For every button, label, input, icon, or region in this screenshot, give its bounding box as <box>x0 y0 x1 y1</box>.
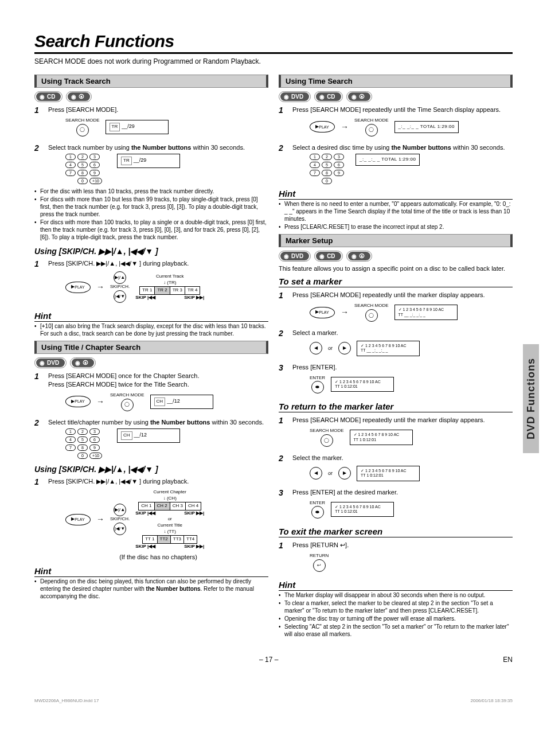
page-title: Search Functions <box>34 32 513 54</box>
step-text: Press [SEARCH MODE]. <box>48 106 268 114</box>
osd-time-display: _:_ _:_ _ TOTAL 1:29:00 <box>394 121 459 133</box>
sub-exit-marker: To exit the marker screen <box>279 527 513 537</box>
left-column: Using Track Search CD ⦿ 1 Press [SEARCH … <box>34 71 268 638</box>
section-marker-setup: Marker Setup <box>279 234 513 247</box>
number-pad: 123 456 789 0+10 <box>65 154 100 184</box>
badge-cd: CD <box>34 91 62 102</box>
skip-down-icon: |◀/▼ <box>114 290 126 303</box>
step-number: 1 <box>34 106 42 140</box>
skip-up-icon: ▶|/▲ <box>114 271 126 284</box>
section-time-search: Using Time Search <box>279 75 513 88</box>
left-arrow-icon: ◀ <box>310 342 322 354</box>
arrow-icon: → <box>96 282 104 293</box>
page-note: SEARCH MODE does not work during Program… <box>34 57 513 65</box>
right-column: Using Time Search DVD CD ⦿ 1 Press [SEAR… <box>279 71 513 638</box>
side-tab-label: DVD Functions <box>525 358 537 439</box>
section-title-chapter: Using Title / Chapter Search <box>34 341 268 354</box>
lang-code: EN <box>503 656 513 664</box>
section-track-search: Using Track Search <box>34 75 268 88</box>
footer-date: 2006/01/18 18:39:35 <box>471 698 513 703</box>
osd-track-display: TR__/29 <box>117 154 180 168</box>
step-number: 2 <box>34 143 42 185</box>
hint-heading: Hint <box>34 311 268 322</box>
return-button-icon: ↩ <box>313 559 326 572</box>
search-mode-button-icon: ◯ <box>76 124 89 137</box>
using-skip-heading: Using [SKIP/CH. ▶▶|/▲, |◀◀/▼ ] <box>34 247 268 256</box>
play-icon: ▶ PLAY <box>65 396 91 407</box>
using-skip-heading: Using [SKIP/CH. ▶▶|/▲, |◀◀/▼ ] <box>34 465 268 474</box>
track-strip: TR 1TR 2TR 3TR 4 <box>139 286 200 295</box>
play-icon: ▶ PLAY <box>65 282 91 293</box>
side-tab: DVD Functions <box>523 344 539 453</box>
sub-return-marker: To return to the marker later <box>279 402 513 412</box>
enter-button-icon: ⬬ <box>311 381 324 393</box>
osd-marker: ✓ 1 2 3 4 5 6 7 8 9 10 ACTT __ _:_ _:_ _ <box>394 305 458 320</box>
footer-file: MWD2206A_H986NUD.indd 17 <box>34 698 99 703</box>
badge-dvd-icon: ⦿ <box>66 91 92 102</box>
page-number: – 17 – <box>259 656 278 664</box>
sub-set-marker: To set a marker <box>279 276 513 287</box>
label-search-mode: SEARCH MODE <box>65 118 100 124</box>
track-search-notes: For the disc with less than 10 tracks, p… <box>34 188 268 241</box>
badge-dvd: DVD <box>34 357 67 368</box>
right-arrow-icon: ▶ <box>338 342 351 354</box>
osd-track-display: TR__/29 <box>106 120 169 134</box>
